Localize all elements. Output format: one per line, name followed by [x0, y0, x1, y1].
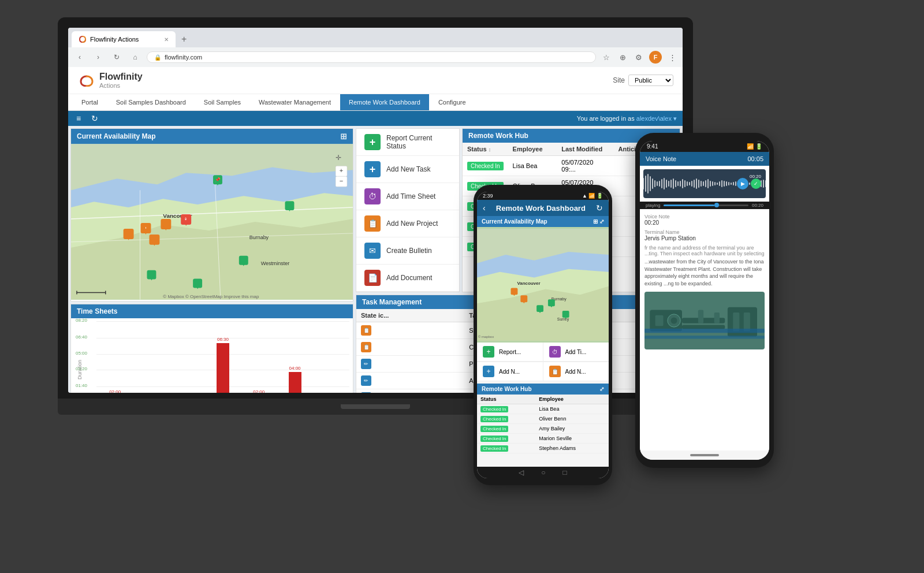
phone-report-button[interactable]: + Report... — [477, 343, 543, 362]
report-status-label: Report Current Status — [386, 134, 451, 150]
svg-text:−: − — [340, 177, 343, 184]
app-nav: Portal Soil Samples Dashboard Soil Sampl… — [68, 94, 683, 111]
phone-report-icon: + — [483, 346, 494, 358]
terminal-name-field: Terminal Name Jervis Pump Station — [644, 229, 765, 241]
recents-btn[interactable]: □ — [563, 468, 567, 477]
add-task-button[interactable]: + Add New Task — [356, 156, 459, 183]
actions-panel: + Report Current Status + Add New Task — [356, 128, 460, 292]
task-state-icon: ✏ — [361, 359, 371, 369]
task-state-icon: ✏ — [361, 375, 371, 386]
add-task-icon: + — [364, 161, 381, 177]
nav-tab-soil-samples[interactable]: Soil Samples — [195, 94, 249, 110]
add-timesheet-button[interactable]: ⏱ Add Time Sheet — [356, 183, 459, 210]
audio-controls-bar: playing 00:20 — [640, 202, 769, 209]
phone-map-svg: Vancouver Burnaby Surrey — [477, 227, 609, 343]
table-row: Checked In Marion Seville — [477, 434, 609, 444]
create-bulletin-button[interactable]: ✉ Create Bulletin — [356, 237, 459, 265]
ios-timer: 00:05 — [747, 155, 763, 162]
extension-icon[interactable]: ⚙ — [633, 51, 644, 63]
ios-phone: 9:41 📶 🔋 Voice Note 00:05 — [635, 133, 774, 468]
flowfinity-logo: Flowfinity Actions — [77, 72, 143, 89]
star-icon[interactable]: ☆ — [601, 51, 612, 63]
ios-time: 9:41 — [647, 143, 658, 150]
audio-playhead — [714, 203, 719, 207]
search-icon[interactable]: ⊕ — [617, 51, 628, 63]
url-text: flowfinity.com — [165, 54, 202, 61]
user-avatar[interactable]: F — [649, 51, 662, 64]
phone-map-title: Current Availability Map — [482, 218, 547, 225]
android-status-bar: 2:39 ▲ 📶 🔋 — [477, 192, 609, 200]
back-arrow-icon[interactable]: ‹ — [483, 203, 486, 213]
bar-5: 02:00 — [243, 322, 275, 393]
mini-status-badge: Checked In — [480, 426, 508, 432]
refresh-icon[interactable]: ↻ — [89, 113, 100, 124]
logged-in-user[interactable]: alexdev\alex ▾ — [636, 115, 677, 122]
waveform-time: 00:20 — [750, 174, 761, 179]
nav-tab-soil-samples-dashboard[interactable]: Soil Samples Dashboard — [107, 94, 195, 110]
new-tab-button[interactable]: + — [177, 31, 191, 47]
phone-add-ti-button[interactable]: ⏱ Add Ti... — [543, 343, 609, 362]
nav-tab-portal[interactable]: Portal — [73, 94, 107, 110]
col-last-modified: Last Modified — [557, 143, 613, 156]
browser-tab-active[interactable]: Flowfinity Actions ✕ — [72, 31, 176, 47]
phone-rwh: Remote Work Hub ⤢ Status Employee Checke… — [477, 384, 609, 453]
address-bar[interactable]: 🔒 flowfinity.com — [147, 51, 596, 63]
menu-icon[interactable]: ⋮ — [666, 51, 678, 63]
table-row: Checked In Lisa Bea — [477, 404, 609, 414]
grid-icon[interactable]: ⊞ — [340, 132, 347, 141]
voice-note-field-label: Voice Note — [644, 214, 765, 219]
back-btn[interactable]: ◁ — [519, 468, 524, 477]
bar-1: 02:00 — [99, 322, 131, 393]
hamburger-icon[interactable]: ≡ — [74, 113, 83, 124]
report-status-button[interactable]: + Report Current Status — [356, 129, 459, 156]
ios-app-header: Voice Note 00:05 — [640, 152, 769, 166]
audio-progress-track[interactable] — [664, 204, 748, 206]
logo-text: Flowfinity — [99, 72, 143, 82]
phone-n2-icon: 📋 — [549, 366, 561, 377]
phone-action-row-2: + Add N... 📋 Add N... — [477, 362, 609, 381]
map-panel-header: Current Availability Map ⊞ — [71, 129, 353, 144]
phone-rwh-expand[interactable]: ⤢ — [599, 386, 604, 392]
audio-btn-group: ▶ ✓ — [737, 178, 761, 189]
col-state: State ic... — [356, 309, 464, 322]
phone-rwh-title: Remote Work Hub — [482, 386, 532, 392]
nav-tabs-container: Portal Soil Samples Dashboard Soil Sampl… — [68, 94, 683, 110]
forward-button[interactable]: › — [91, 50, 105, 64]
home-btn[interactable]: ○ — [541, 468, 545, 477]
map-title: Current Availability Map — [77, 132, 155, 140]
svg-rect-62 — [698, 310, 703, 323]
reload-button[interactable]: ↻ — [110, 50, 124, 64]
tab-close-icon[interactable]: ✕ — [164, 36, 169, 43]
android-bottom-bar: ◁ ○ □ — [477, 467, 609, 478]
table-row: Checked In Amy Bailey — [477, 424, 609, 434]
refresh-icon[interactable]: ↻ — [596, 203, 603, 213]
home-button[interactable]: ⌂ — [128, 50, 142, 64]
table-row: Checked In Stephen Adams — [477, 444, 609, 453]
mini-status-badge: Checked In — [480, 445, 508, 452]
left-panel: Current Availability Map ⊞ — [70, 128, 353, 393]
site-dropdown[interactable]: Public — [628, 75, 673, 86]
flowfinity-favicon — [79, 35, 87, 43]
add-document-button[interactable]: 📄 Add Document — [356, 265, 459, 292]
phone-nav-title: Remote Work Dashboard — [490, 204, 591, 213]
laptop-notch — [341, 404, 410, 409]
nav-tab-wastewater[interactable]: Wastewater Management — [250, 94, 340, 110]
phone-add-n1-button[interactable]: + Add N... — [477, 362, 543, 381]
add-project-button[interactable]: 📋 Add New Project — [356, 210, 459, 237]
ios-status-bar: 9:41 📶 🔋 — [640, 141, 769, 152]
add-document-label: Add Document — [386, 274, 432, 282]
svg-rect-67 — [644, 329, 765, 333]
description-label: fr the name and address of the terminal … — [644, 245, 765, 256]
android-phone: 2:39 ▲ 📶 🔋 ‹ Remote Work Dashboard ↻ Cur… — [474, 185, 612, 485]
phone-add-n2-button[interactable]: 📋 Add N... — [543, 362, 609, 381]
android-phone-screen: 2:39 ▲ 📶 🔋 ‹ Remote Work Dashboard ↻ Cur… — [477, 192, 609, 478]
machinery-image — [644, 292, 765, 349]
terminal-name-value: Jervis Pump Station — [644, 235, 765, 241]
back-button[interactable]: ‹ — [73, 50, 87, 64]
machinery-svg — [644, 292, 765, 349]
play-button[interactable]: ▶ — [737, 178, 748, 189]
nav-tab-configure[interactable]: Configure — [430, 94, 475, 110]
nav-tab-remote-work[interactable]: Remote Work Dashboard — [340, 94, 429, 110]
add-project-label: Add New Project — [386, 219, 438, 228]
task-title: Task Management — [362, 298, 422, 306]
